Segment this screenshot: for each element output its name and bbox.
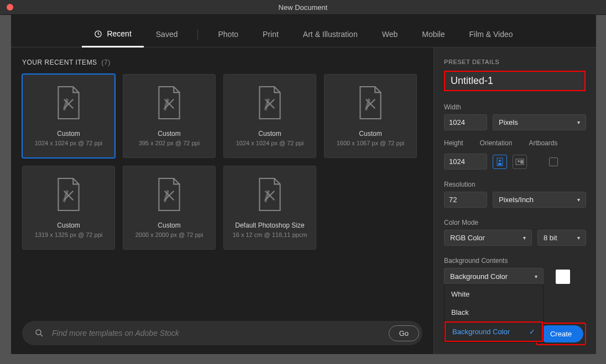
tab-separator (197, 29, 198, 40)
preset-card-name: Custom (359, 130, 382, 138)
tab-mobile[interactable]: Mobile (410, 24, 457, 47)
category-tabs: Recent Saved Photo Print Art & Illustrat… (11, 15, 596, 48)
preset-card-detail: 395 x 202 px @ 72 ppi (139, 140, 200, 146)
chevron-down-icon: ▾ (535, 273, 537, 279)
preset-card[interactable]: Custom2000 x 2000 px @ 72 ppi (123, 166, 216, 250)
tab-art[interactable]: Art & Illustration (291, 24, 370, 47)
svg-point-4 (499, 160, 501, 162)
preset-card-detail: 1319 x 1325 px @ 72 ppi (35, 231, 102, 238)
svg-rect-5 (498, 163, 501, 165)
preset-card-detail: 1024 x 1024 px @ 72 ppi (35, 140, 102, 146)
create-button[interactable]: Create (539, 325, 583, 342)
tab-film[interactable]: Film & Video (457, 24, 525, 47)
bg-option-bgcolor[interactable]: Background Color ✓ (445, 321, 543, 342)
stock-go-button[interactable]: Go (389, 325, 419, 341)
bg-option-white[interactable]: White (445, 285, 543, 303)
clock-icon (94, 30, 102, 38)
resolution-input[interactable] (444, 192, 487, 208)
document-icon (255, 177, 284, 212)
svg-point-1 (36, 330, 41, 335)
stock-search-input[interactable] (52, 329, 381, 337)
preset-card[interactable]: Default Photoshop Size16 x 12 cm @ 118,1… (223, 166, 316, 250)
chevron-down-icon: ▾ (577, 119, 580, 125)
preset-card[interactable]: Custom395 x 202 px @ 72 ppi (123, 74, 216, 158)
colormode-label: Color Mode (444, 219, 586, 226)
orientation-landscape-button[interactable] (513, 155, 527, 169)
preset-card-detail: 16 x 12 cm @ 118,11 ppcm (233, 231, 307, 238)
document-icon (54, 177, 83, 212)
document-icon (155, 86, 184, 120)
background-select[interactable]: Background Color▾ (444, 268, 544, 285)
preset-card-name: Custom (258, 130, 281, 138)
svg-rect-8 (520, 160, 523, 163)
preset-card[interactable]: Custom1600 x 1067 px @ 72 ppi (324, 74, 417, 158)
artboards-label: Artboards (529, 139, 557, 147)
preset-card-name: Custom (57, 130, 80, 138)
bg-option-black[interactable]: Black (445, 303, 543, 321)
orientation-portrait-button[interactable] (493, 155, 507, 169)
chevron-down-icon: ▾ (577, 235, 580, 241)
svg-line-2 (40, 334, 43, 336)
presets-panel: YOUR RECENT ITEMS (7) Custom1024 x 1024 … (11, 48, 433, 354)
tab-photo[interactable]: Photo (206, 24, 250, 47)
preset-card-name: Default Photoshop Size (235, 221, 304, 229)
background-dropdown-panel: White Black Background Color ✓ (444, 284, 544, 342)
width-unit-select[interactable]: Pixels▾ (493, 114, 586, 130)
document-icon (155, 177, 184, 212)
preset-card[interactable]: Custom1024 x 1024 px @ 72 ppi (22, 74, 115, 158)
artboards-checkbox[interactable] (549, 157, 558, 166)
preset-card-detail: 1600 x 1067 px @ 72 ppi (337, 140, 404, 146)
background-label: Background Contents (444, 257, 586, 265)
height-input[interactable] (444, 154, 487, 170)
check-icon: ✓ (529, 328, 535, 336)
resolution-label: Resolution (444, 181, 586, 188)
tab-print[interactable]: Print (250, 24, 291, 47)
tab-web[interactable]: Web (370, 24, 410, 47)
bitdepth-select[interactable]: 8 bit▾ (537, 230, 586, 246)
document-icon (54, 86, 83, 120)
chevron-down-icon: ▾ (523, 235, 526, 241)
recent-heading: YOUR RECENT ITEMS (7) (22, 59, 422, 66)
preset-card-name: Custom (57, 221, 80, 229)
preset-card-detail: 2000 x 2000 px @ 72 ppi (135, 231, 203, 238)
window-title: New Document (0, 3, 606, 12)
portrait-icon (497, 157, 503, 166)
chevron-down-icon: ▾ (577, 197, 580, 203)
preset-details-panel: PRESET DETAILS Width Pixels▾ Height Orie… (433, 48, 596, 354)
tab-recent-label: Recent (107, 29, 131, 38)
window-close-dot[interactable] (7, 4, 13, 10)
preset-card-name: Custom (158, 130, 180, 138)
document-name-input[interactable] (444, 71, 586, 91)
tab-recent[interactable]: Recent (82, 24, 143, 48)
tab-saved[interactable]: Saved (144, 24, 190, 47)
search-icon (34, 328, 44, 338)
colormode-select[interactable]: RGB Color▾ (444, 230, 532, 246)
preset-grid: Custom1024 x 1024 px @ 72 ppiCustom395 x… (22, 74, 422, 250)
height-label: Height (444, 139, 463, 147)
preset-card-name: Custom (158, 221, 180, 229)
width-label: Width (444, 103, 586, 111)
landscape-icon (515, 159, 524, 165)
preset-card[interactable]: Custom1024 x 1024 px @ 72 ppi (223, 74, 316, 158)
svg-point-7 (518, 160, 520, 162)
preset-details-heading: PRESET DETAILS (444, 59, 586, 65)
stock-search: Go (22, 321, 422, 345)
preset-card-detail: 1024 x 1024 px @ 72 ppi (236, 140, 304, 146)
orientation-label: Orientation (480, 139, 513, 147)
width-input[interactable] (444, 114, 487, 130)
document-icon (255, 86, 284, 120)
resolution-unit-select[interactable]: Pixels/Inch▾ (493, 192, 586, 208)
background-swatch[interactable] (556, 270, 570, 284)
new-document-dialog: Recent Saved Photo Print Art & Illustrat… (11, 15, 596, 354)
titlebar: New Document (0, 0, 606, 15)
preset-card[interactable]: Custom1319 x 1325 px @ 72 ppi (22, 166, 115, 250)
document-icon (356, 86, 385, 120)
